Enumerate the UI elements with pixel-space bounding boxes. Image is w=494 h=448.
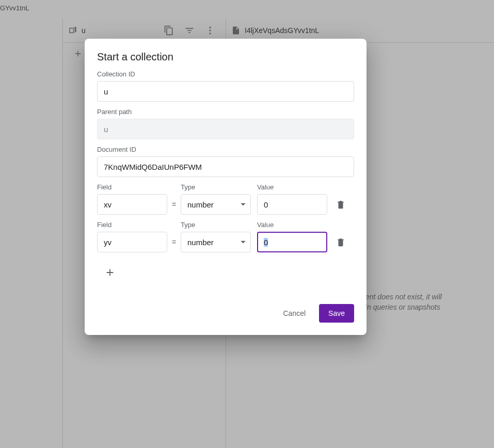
parent-path-input: [97, 119, 354, 139]
dialog-actions: Cancel Save: [97, 304, 354, 323]
field-value-input[interactable]: [257, 194, 327, 215]
field-label: Field: [97, 221, 167, 229]
field-label: Field: [97, 183, 167, 191]
parent-path-label: Parent path: [97, 108, 354, 116]
save-button[interactable]: Save: [319, 304, 354, 323]
value-label: Value: [257, 183, 327, 191]
dialog-title: Start a collection: [97, 51, 354, 63]
type-select[interactable]: [181, 194, 251, 215]
field-row: Field = Type Value: [97, 183, 354, 215]
type-label: Type: [181, 221, 251, 229]
document-id-label: Document ID: [97, 146, 354, 153]
field-row: Field = Type Value 0: [97, 221, 354, 252]
field-name-input[interactable]: [97, 194, 167, 215]
add-field-button[interactable]: [104, 267, 117, 279]
modal-overlay[interactable]: Start a collection Collection ID Parent …: [0, 0, 494, 448]
delete-field-button[interactable]: [330, 232, 351, 252]
type-select[interactable]: [181, 232, 251, 252]
type-select-value[interactable]: [181, 194, 251, 215]
field-value-input[interactable]: 0: [257, 232, 327, 252]
start-collection-dialog: Start a collection Collection ID Parent …: [85, 39, 366, 335]
field-name-input[interactable]: [97, 232, 167, 252]
collection-id-label: Collection ID: [97, 70, 354, 78]
value-label: Value: [257, 221, 327, 229]
delete-field-button[interactable]: [330, 194, 351, 215]
type-label: Type: [181, 183, 251, 191]
equals-separator: =: [167, 238, 181, 252]
document-id-input[interactable]: [97, 156, 354, 177]
cancel-button[interactable]: Cancel: [274, 304, 315, 323]
type-select-value[interactable]: [181, 232, 251, 252]
equals-separator: =: [167, 200, 181, 215]
collection-id-input[interactable]: [97, 81, 354, 102]
